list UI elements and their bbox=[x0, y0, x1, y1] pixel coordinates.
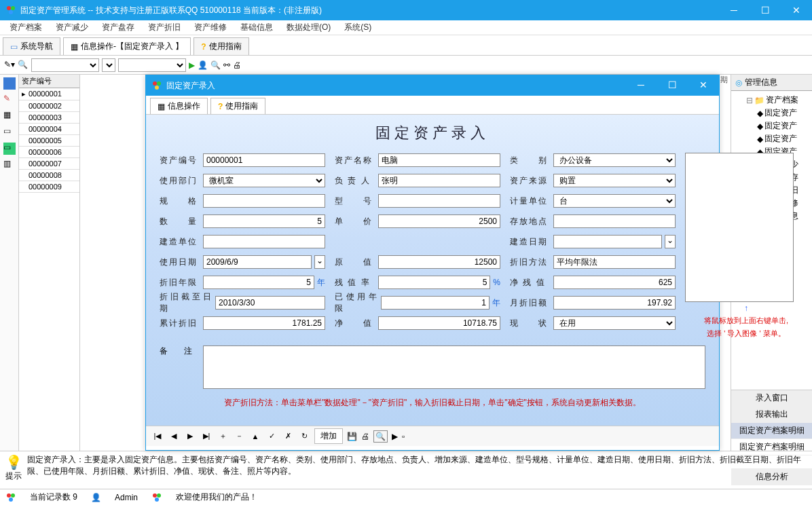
filter-dropdown-1[interactable] bbox=[31, 58, 99, 72]
menu-item[interactable]: 资产折旧 bbox=[141, 22, 187, 33]
salvage-rate-input[interactable] bbox=[378, 276, 490, 289]
menu-item[interactable]: 资产档案 bbox=[3, 22, 49, 33]
filter-dropdown-3[interactable] bbox=[118, 58, 186, 72]
use-date-input[interactable] bbox=[203, 255, 312, 269]
grid-header[interactable]: 资产编号 bbox=[19, 75, 79, 88]
export-icon[interactable]: ▫ bbox=[402, 432, 405, 441]
filter-dropdown-2[interactable] bbox=[102, 58, 115, 72]
menu-item[interactable]: 基础信息 bbox=[234, 22, 280, 33]
tree-node[interactable]: ◆固定资产 bbox=[734, 107, 809, 119]
net-value-input[interactable] bbox=[378, 316, 500, 330]
menu-item[interactable]: 系统(S) bbox=[337, 22, 378, 33]
modal-tab-info[interactable]: ▦信息操作 bbox=[150, 98, 208, 114]
grid-row[interactable]: 00000003 bbox=[19, 112, 79, 124]
net-salvage-input[interactable] bbox=[553, 276, 676, 289]
play-icon[interactable]: ▶ bbox=[392, 432, 398, 441]
commit-button[interactable]: ✓ bbox=[265, 432, 278, 441]
edit-nav-button[interactable]: ▲ bbox=[249, 432, 261, 441]
printer-icon[interactable]: 🖨 bbox=[233, 60, 241, 70]
refresh-button[interactable]: ↻ bbox=[298, 432, 310, 441]
prev-button[interactable]: ◀ bbox=[168, 432, 180, 441]
grid-row[interactable]: 00000005 bbox=[19, 135, 79, 147]
depr-end-date[interactable] bbox=[215, 296, 325, 310]
tree-node[interactable]: ⊟📁资产档案 bbox=[734, 94, 809, 107]
build-date-input[interactable] bbox=[553, 235, 662, 248]
first-button[interactable]: |◀ bbox=[151, 432, 164, 441]
close-button[interactable]: ✕ bbox=[781, 0, 812, 20]
search-icon-2[interactable]: 🔍 bbox=[210, 60, 221, 70]
tab-info-op[interactable]: ▦ 信息操作-【固定资产录入 】 bbox=[63, 37, 191, 55]
maximize-button[interactable]: ☐ bbox=[750, 0, 781, 20]
used-years-input[interactable] bbox=[381, 296, 490, 310]
image-box[interactable] bbox=[685, 153, 794, 302]
svg-point-1 bbox=[11, 6, 15, 10]
tool-icon[interactable]: ▥ bbox=[3, 159, 16, 171]
modal-minimize[interactable]: ─ bbox=[625, 75, 657, 96]
search-icon[interactable]: 🔍 bbox=[18, 60, 29, 71]
category-select[interactable]: 办公设备 bbox=[553, 153, 676, 167]
menu-item[interactable]: 数据处理(O) bbox=[280, 22, 337, 33]
tool-icon[interactable] bbox=[3, 77, 16, 90]
section-header[interactable]: 录入窗口 bbox=[731, 390, 812, 407]
minimize-button[interactable]: ─ bbox=[718, 0, 750, 20]
asset-name-input[interactable] bbox=[378, 153, 500, 167]
source-select[interactable]: 购置 bbox=[553, 174, 676, 187]
grid-row[interactable]: 00000006 bbox=[19, 147, 79, 158]
orig-value-input[interactable] bbox=[378, 255, 500, 269]
grid-row[interactable]: 00000002 bbox=[19, 100, 79, 112]
builder-input[interactable] bbox=[203, 235, 325, 248]
grid-row[interactable]: 00000007 bbox=[19, 158, 79, 170]
model-input[interactable] bbox=[378, 194, 500, 208]
tab-guide[interactable]: ? 使用指南 bbox=[193, 37, 248, 55]
unit-price-input[interactable] bbox=[378, 214, 500, 228]
save-icon[interactable]: 💾 bbox=[347, 432, 357, 441]
help-icon: ? bbox=[201, 42, 206, 52]
menu-item[interactable]: 资产盘存 bbox=[95, 22, 141, 33]
unit-select[interactable]: 台 bbox=[553, 194, 676, 208]
tool-icon[interactable]: ▭ bbox=[3, 143, 16, 155]
menu-item[interactable]: 资产减少 bbox=[49, 22, 95, 33]
last-button[interactable]: ▶| bbox=[200, 432, 213, 441]
image-hint: 将鼠标放到上面右键单击, bbox=[685, 316, 807, 326]
section-header[interactable]: 报表输出 bbox=[731, 407, 812, 423]
modal-close[interactable]: ✕ bbox=[688, 75, 719, 96]
owner-input[interactable] bbox=[378, 174, 500, 187]
list-item[interactable]: 固定资产档案明细 bbox=[731, 423, 812, 439]
location-input[interactable] bbox=[553, 214, 676, 228]
next-button[interactable]: ▶ bbox=[184, 432, 196, 441]
grid-row[interactable]: 00000008 bbox=[19, 170, 79, 181]
spec-input[interactable] bbox=[203, 194, 325, 208]
list-item[interactable]: 固定资产档案明细 bbox=[731, 439, 812, 455]
qty-input[interactable] bbox=[203, 214, 325, 228]
remark-textarea[interactable] bbox=[203, 345, 705, 389]
menu-item[interactable]: 资产维修 bbox=[187, 22, 234, 33]
tool-icon[interactable]: ✎ bbox=[3, 94, 16, 106]
print-icon[interactable]: 🖨 bbox=[361, 432, 369, 441]
play-icon[interactable]: ▶ bbox=[189, 60, 195, 70]
modal-maximize[interactable]: ☐ bbox=[657, 75, 688, 96]
tab-nav[interactable]: ▭ 系统导航 bbox=[3, 37, 60, 55]
tree-node[interactable]: ◆固定资产 bbox=[734, 132, 809, 145]
depr-years-input[interactable] bbox=[203, 276, 314, 289]
grid-row[interactable]: 00000009 bbox=[19, 181, 79, 193]
add-button[interactable]: 增加 bbox=[314, 428, 343, 444]
status-select[interactable]: 在用 bbox=[553, 316, 676, 330]
cancel-nav-button[interactable]: ✗ bbox=[282, 432, 294, 441]
pencil-icon[interactable]: ✎▾ bbox=[4, 60, 15, 71]
remove-nav-button[interactable]: － bbox=[233, 431, 245, 441]
modal-tab-guide[interactable]: ?使用指南 bbox=[210, 98, 265, 114]
acc-depr-input[interactable] bbox=[203, 316, 325, 330]
dept-select[interactable]: 微机室 bbox=[203, 174, 325, 187]
grid-row[interactable]: 00000004 bbox=[19, 124, 79, 135]
link-icon[interactable]: ⚯ bbox=[223, 60, 230, 70]
zoom-icon[interactable]: 🔍 bbox=[373, 430, 388, 443]
tree-node[interactable]: ◆固定资产 bbox=[734, 119, 809, 132]
tool-icon[interactable]: ▭ bbox=[3, 126, 16, 138]
depr-method-input[interactable] bbox=[553, 255, 676, 269]
asset-id-input[interactable] bbox=[203, 153, 325, 167]
add-nav-button[interactable]: ＋ bbox=[217, 431, 229, 441]
grid-row[interactable]: ▸00000001 bbox=[19, 88, 79, 100]
user-icon[interactable]: 👤 bbox=[198, 60, 208, 70]
tool-icon[interactable]: ▦ bbox=[3, 110, 16, 122]
monthly-depr-input[interactable] bbox=[553, 296, 676, 310]
